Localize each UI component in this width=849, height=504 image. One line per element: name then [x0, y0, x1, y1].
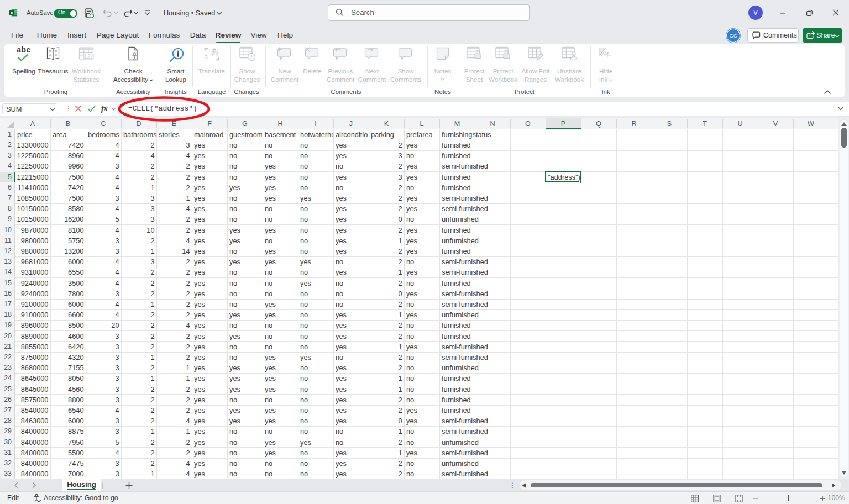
svg-text:あ: あ: [211, 47, 218, 55]
svg-text:123: 123: [83, 53, 94, 60]
svg-text:a: a: [204, 53, 208, 61]
svg-text:X: X: [11, 11, 13, 15]
